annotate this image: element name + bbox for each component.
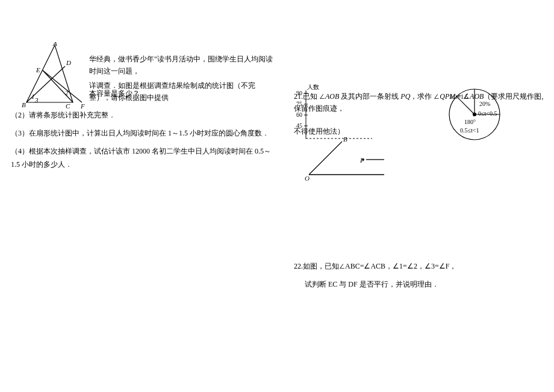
- y45: 45: [296, 122, 302, 129]
- label-A: A: [52, 42, 57, 47]
- ylabel: 人数: [307, 84, 319, 90]
- angle-B: B: [343, 135, 347, 143]
- angle-O: O: [305, 175, 310, 181]
- label-3: 3: [34, 96, 39, 104]
- svg-point-1: [473, 113, 476, 116]
- q20-sub1: 本容量是多少？: [89, 87, 276, 99]
- pie-a: 1≤t<1.5: [449, 93, 468, 100]
- y60: 60: [296, 111, 302, 118]
- q22-block: 22.如图，已知∠ABC=∠ACB，∠1=∠2，∠3=∠F， 试判断 EC 与 …: [294, 259, 547, 295]
- svg-point-2: [362, 158, 364, 161]
- label-1: 1: [31, 93, 35, 100]
- q20-sub4: （4）根据本次抽样调查，试估计该市 12000 名初二学生中日人均阅读时间在 0…: [11, 145, 276, 171]
- label-D: D: [66, 59, 71, 66]
- y75: 75: [296, 101, 302, 107]
- q20-sub2: （2）请将条形统计图补充完整．: [11, 108, 276, 122]
- pie-e: 0.5≤t<1: [460, 127, 479, 134]
- triangle-figure: A B C D E F 1 2 3: [22, 42, 88, 111]
- y90: 90: [296, 90, 302, 96]
- label-2: 2: [65, 89, 69, 96]
- q21-figure: 90 75 60 45 人数 1≤t<1.5 20% 0≤t<0.5 180° …: [294, 84, 547, 181]
- q22-line2: 试判断 EC 与 DF 是否平行，并说明理由．: [294, 277, 547, 291]
- pie-b: 20%: [479, 101, 490, 107]
- label-B: B: [22, 101, 26, 108]
- q22-line1: 22.如图，已知∠ABC=∠ACB，∠1=∠2，∠3=∠F，: [294, 259, 547, 273]
- pie-c: 0≤t<0.5: [478, 110, 497, 117]
- q20-line1-right: 华经典，做书香少年"读书月活动中，围绕学生日人均阅读时间这一问题，: [89, 55, 273, 75]
- q20-subquestions: （2）请将条形统计图补充完整． （3）在扇形统计图中，计算出日人均阅读时间在 1…: [11, 108, 276, 176]
- pie-d: 180°: [464, 119, 476, 125]
- label-E: E: [36, 66, 40, 73]
- q20-sub3: （3）在扇形统计图中，计算出日人均阅读时间在 1～1.5 小时对应的圆心角度数．: [11, 126, 276, 140]
